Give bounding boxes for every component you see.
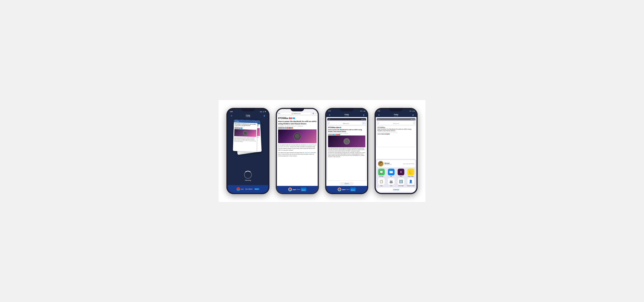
notes-label: Add to Notes	[408, 176, 414, 177]
avatar-4: 🧔	[378, 161, 384, 166]
article-meta-3: Jeff Benjamin · Apr. 11th 2017 2:02 pm P…	[328, 133, 365, 134]
slack-icon: S	[398, 169, 404, 175]
top-nav-4: ⚙ Today 2:45 PM 🗑	[376, 113, 416, 117]
phone-3: 2:45 ●●● ▲ ⊟ ⚙ Today 2:45 PM 🗑	[325, 108, 368, 194]
gear-icon-1[interactable]: ⚙	[230, 114, 233, 117]
phone-4: 2:46 ●●● ▲ ⊟ ⚙ Today 2:45 PM 🗑 2:44	[374, 108, 418, 194]
nav-subtitle-4: 2:45 PM	[394, 115, 398, 117]
brand-name-3: 9TO5Mac	[328, 127, 336, 128]
facebook-icon: f	[291, 117, 292, 119]
action-row: 📋 Copy 🖨️ Print ⬇️ Save Image	[377, 178, 415, 186]
share-apps-row: 💬 Message ✉️ Mail S Slack 📒	[377, 169, 415, 177]
print-label: Print	[390, 185, 392, 186]
mini-url-3: 9to5mac.com	[343, 123, 349, 124]
slack-label: Slack	[400, 176, 402, 177]
notes-icon: 📒	[408, 169, 414, 175]
mini-browser-bar-3: ✕ 9to5mac.com ↺ ⋯	[327, 120, 366, 126]
browser-card-front: 9TO5Mac ▶ f 🐦 How to power the MacBook P…	[233, 120, 258, 152]
time-1: 2:45	[230, 111, 233, 112]
status-bar-3: 2:45 ●●● ▲ ⊟	[326, 109, 367, 113]
contact-icon: 👤	[408, 178, 414, 185]
stitching-spinner	[244, 171, 252, 179]
trash-icon-1[interactable]: 🗑	[263, 114, 266, 117]
share-sheet-overlay: 🧔 Michael MacBook Pro Tap to share with …	[376, 159, 416, 193]
copy-label: Copy	[380, 185, 382, 186]
share-notes[interactable]: 📒 Add to Notes	[406, 169, 415, 177]
mini-browser-4: 2:44 ●●● ▲ ⊟ ✕ 9to5mac.com ↺ 9TO5Mac How…	[376, 118, 416, 147]
save-label: Save Image	[398, 185, 404, 186]
airdrop-name-4: Michael	[384, 163, 392, 164]
mini-browser-3: 2:44 ●●● ▲ ⊟ ✕ 9to5mac.com ↺ ⋯ 9TO5Mac	[327, 118, 366, 181]
copy-icon: 📋	[378, 178, 385, 185]
youtube-icon: ▶	[289, 117, 291, 119]
nav-subtitle-1: 2:45 PM	[246, 116, 250, 117]
action-print[interactable]: 🖨️ Print	[387, 178, 396, 186]
nav-subtitle-3: 2:45 PM	[344, 115, 349, 117]
top-nav-3: ⚙ Today 2:45 PM 🗑	[326, 113, 367, 117]
browser-close-btn[interactable]: ✕	[278, 112, 280, 115]
ad-banner-1: pepsi Only at Walmart Walmart	[228, 185, 268, 193]
action-copy[interactable]: 📋 Copy	[377, 178, 386, 186]
trash-icon-3[interactable]: 🗑	[363, 114, 365, 116]
action-save[interactable]: ⬇️ Save Image	[396, 178, 406, 186]
lock-icon: 🔒	[292, 113, 293, 114]
action-assign[interactable]: 👤 Assign to Contact	[406, 178, 415, 186]
airdrop-tap-label: Tap to share with AirDrop	[403, 163, 414, 164]
gear-icon-4[interactable]: ⚙	[378, 114, 380, 116]
browser-more-icon[interactable]: ⋯	[314, 112, 316, 115]
article-image-2	[278, 129, 316, 143]
ad-walmart: Only at Walmart	[245, 188, 252, 190]
print-icon: 🖨️	[388, 178, 394, 185]
message-icon: 💬	[378, 169, 385, 175]
stacked-cards: 9TO5Mac How to power the MacBook Pro wit…	[228, 118, 268, 169]
phone-1: 2:45 ●●● ▲ ⊟ ⚙ Today 2:45 PM 🗑	[226, 108, 270, 194]
ad-text-1: pepsi	[241, 188, 244, 190]
browser-url-2[interactable]: 9to5mac.com	[294, 113, 300, 114]
assign-label: Assign to Contact	[407, 185, 414, 186]
article-meta-2: Jeff Benjamin · Apr. 11th 2017 2:02 pm P…	[278, 126, 316, 127]
article-title-3: How to power the MacBook Pro with an eGP…	[328, 129, 365, 132]
article-body-2b: This release has major implications for …	[278, 152, 316, 157]
stitching-indicator: Stitching	[244, 171, 252, 181]
pepsi-logo-2	[288, 188, 292, 191]
message-label: Message	[380, 176, 383, 177]
article-image-3	[328, 136, 365, 147]
airdrop-device-4: MacBook Pro	[384, 164, 392, 165]
twitter-icon-2: 🐦	[293, 117, 295, 119]
share-message[interactable]: 💬 Message	[377, 169, 386, 177]
share-bar-3: Share	[326, 181, 367, 186]
ad-banner-2: pepsi Only at Walmart	[277, 186, 318, 193]
article-title-2: How to power the MacBook Pro with an eGP…	[278, 120, 316, 125]
time-3: 2:45	[328, 110, 330, 112]
top-nav-1: ⚙ Today 2:45 PM 🗑	[228, 113, 268, 118]
share-slack[interactable]: S Slack	[396, 169, 406, 177]
save-icon: ⬇️	[398, 178, 404, 185]
scene: 2:45 ●●● ▲ ⊟ ⚙ Today 2:45 PM 🗑	[218, 100, 426, 202]
airdrop-row[interactable]: 🧔 Michael MacBook Pro Tap to share with …	[377, 160, 415, 167]
article-body-2: As we reported earlier this morning, Nvi…	[278, 144, 316, 151]
status-bar-4: 2:46 ●●● ▲ ⊟	[376, 109, 416, 113]
nav-title-1: Today	[246, 114, 250, 116]
gear-icon-3[interactable]: ⚙	[329, 114, 330, 116]
social-buttons-3: Comments f t G+ P in	[328, 134, 365, 135]
brand-name-2: 9TO5Mac	[278, 117, 288, 120]
browser-share-icon[interactable]: ⬆	[312, 112, 314, 115]
share-button-3[interactable]: Share	[340, 182, 353, 185]
mail-icon: ✉️	[388, 169, 394, 175]
pepsi-logo	[236, 187, 240, 191]
article-body-3: As we reported earlier this morning, Nvi…	[328, 148, 365, 152]
stitching-label: Stitching	[245, 179, 251, 181]
pepsi-text-2: pepsi	[292, 189, 296, 190]
status-bar-1: 2:45 ●●● ▲ ⊟	[228, 109, 268, 113]
time-4: 2:46	[378, 110, 380, 112]
mail-label: Mail	[390, 176, 392, 177]
share-mail[interactable]: ✉️ Mail	[387, 169, 396, 177]
pepsi-text-3: pepsi	[342, 189, 346, 190]
trash-icon-4[interactable]: 🗑	[412, 114, 414, 116]
article-body-3b: This release has major implications for …	[328, 152, 365, 157]
ad-banner-3: pepsi Only at Walmart	[326, 186, 367, 193]
walmart-logo-2: Walmart	[302, 189, 306, 191]
nav-title-3: Today	[344, 114, 349, 115]
pepsi-logo-3	[338, 188, 341, 191]
cancel-button-4[interactable]: Cancel	[377, 187, 415, 192]
